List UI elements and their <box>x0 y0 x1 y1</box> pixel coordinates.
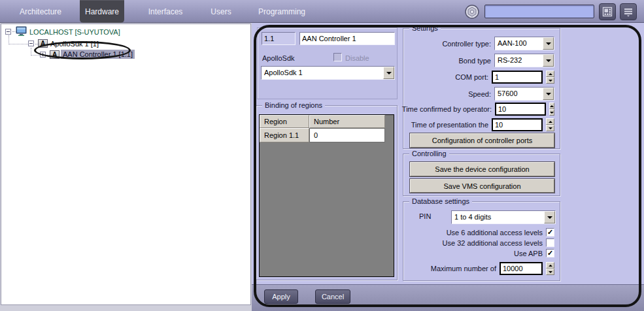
com-port-label: COM port: <box>455 73 488 81</box>
time-confirmed-stepper[interactable] <box>549 103 554 116</box>
expand-toggle-aan-controller[interactable] <box>40 52 46 57</box>
maximum-number-input[interactable] <box>500 262 543 275</box>
tree-line <box>31 55 40 56</box>
object-id-field[interactable] <box>262 32 296 45</box>
controller-type-value: AAN-100 <box>495 37 543 50</box>
controlling-title: Controlling <box>409 150 449 157</box>
chevron-down-icon[interactable] <box>543 88 554 100</box>
controller-type-select[interactable]: AAN-100 <box>494 37 554 50</box>
bond-type-select[interactable]: RS-232 <box>494 54 554 67</box>
use-apb-label: Use APB <box>514 250 543 257</box>
spin-down-icon[interactable] <box>546 269 554 275</box>
spin-down-icon[interactable] <box>549 109 554 116</box>
com-port-input[interactable] <box>492 71 543 84</box>
menu-architecture[interactable]: Architecture <box>9 0 72 23</box>
layout-grid-icon <box>602 7 613 17</box>
speed-label: Speed: <box>468 90 491 98</box>
region-cell[interactable]: Region 1.1 <box>260 128 309 142</box>
use32-label: Use 32 additional access levels <box>443 239 543 247</box>
time-confirmed-input[interactable] <box>495 103 546 116</box>
maximum-number-stepper[interactable] <box>546 262 554 275</box>
chevron-down-icon[interactable] <box>543 37 554 50</box>
time-confirmed-label: Time confirmed by operator: <box>402 105 492 113</box>
gear-icon[interactable] <box>464 4 480 20</box>
disable-checkbox[interactable] <box>333 53 342 61</box>
use6-checkbox[interactable]: ✓ <box>546 228 554 237</box>
settings-title: Settings <box>409 24 441 32</box>
pin-value: 1 to 4 digits <box>452 211 544 223</box>
computer-monitor-icon <box>16 26 27 36</box>
search-input[interactable] <box>484 5 594 18</box>
table-row: Region 1.1 0 <box>260 128 394 142</box>
configuration-of-controller-ports-button[interactable]: Configuration of controller ports <box>410 133 554 148</box>
settings-group: Settings Controller type: AAN-100 Bond t… <box>403 28 560 149</box>
tree-line <box>9 44 28 44</box>
top-menu-bar: Architecture Hardware Interfaces Users P… <box>0 0 644 23</box>
save-vms-configuration-button[interactable]: Save VMS configuration <box>410 179 554 193</box>
cancel-button[interactable]: Cancel <box>315 289 350 304</box>
spin-up-icon[interactable] <box>546 71 554 77</box>
menu-list-button[interactable] <box>620 3 637 20</box>
column-header-region[interactable]: Region <box>260 115 309 128</box>
identification-box: ApolloSdk Disable ApolloSdk 1 <box>257 27 398 99</box>
pin-label: PIN <box>419 212 431 220</box>
menu-users[interactable]: Users <box>205 0 237 23</box>
object-name-field[interactable] <box>299 32 395 45</box>
chevron-down-icon[interactable] <box>544 211 555 223</box>
tree-line <box>8 35 9 44</box>
apollosdk-module-icon: A <box>38 39 48 48</box>
maximum-number-label: Maximum number of <box>431 265 496 272</box>
spin-down-icon[interactable] <box>546 77 554 84</box>
time-presentation-label: Time of presentation the <box>411 121 488 129</box>
column-header-number[interactable]: Number <box>309 115 385 128</box>
menu-programming[interactable]: Programming <box>254 0 310 23</box>
controller-type-label: Controller type: <box>442 40 491 48</box>
disable-label: Disable <box>345 54 369 62</box>
regions-table: Region Number Region 1.1 0 <box>259 114 394 277</box>
binding-of-regions-group: Binding of regions Region Number Region … <box>256 105 398 280</box>
chevron-down-icon[interactable] <box>383 67 394 79</box>
device-tree-panel: LOCALHOST [S-UYUTOVA] A ApolloSdk 1 [1] … <box>1 24 251 305</box>
use32-checkbox[interactable] <box>546 238 554 247</box>
com-port-stepper[interactable] <box>546 71 554 84</box>
parent-select-value: ApolloSdk 1 <box>262 67 383 79</box>
pin-select[interactable]: 1 to 4 digits <box>451 210 556 224</box>
use6-label: Use 6 additional access levels <box>447 229 543 237</box>
tree-item-aan-controller[interactable]: AAN Controller 1 [1.1] <box>61 50 135 59</box>
speed-value: 57600 <box>495 88 543 100</box>
tree-item-apollosdk[interactable]: ApolloSdk 1 [1] <box>50 40 99 48</box>
layout-grid-button[interactable] <box>599 3 616 20</box>
spin-up-icon[interactable] <box>546 118 554 125</box>
spin-down-icon[interactable] <box>546 125 554 131</box>
menu-interfaces[interactable]: Interfaces <box>139 0 192 23</box>
apply-button[interactable]: Apply <box>264 289 298 304</box>
tree-item-localhost[interactable]: LOCALHOST [S-UYUTOVA] <box>29 28 120 36</box>
app-window: Architecture Hardware Interfaces Users P… <box>0 0 644 311</box>
chevron-down-icon[interactable] <box>543 54 554 67</box>
database-settings-group: Database settings PIN 1 to 4 digits Use … <box>403 201 560 281</box>
collapse-toggle-localhost[interactable] <box>5 29 11 35</box>
time-presentation-input[interactable] <box>492 118 543 131</box>
menu-list-icon <box>623 7 634 17</box>
parent-select[interactable]: ApolloSdk 1 <box>261 66 395 80</box>
use-apb-checkbox[interactable]: ✓ <box>546 249 554 257</box>
aan-controller-module-icon: A <box>50 50 59 59</box>
spin-up-icon[interactable] <box>546 262 554 269</box>
parent-label: ApolloSdk <box>262 54 295 62</box>
collapse-toggle-apollosdk[interactable] <box>28 41 34 46</box>
save-device-configuration-button[interactable]: Save the device configuration <box>410 162 554 176</box>
database-settings-title: Database settings <box>409 197 472 205</box>
time-presentation-stepper[interactable] <box>546 118 554 131</box>
menu-hardware[interactable]: Hardware <box>80 0 124 23</box>
speed-select[interactable]: 57600 <box>494 87 554 101</box>
controlling-group: Controlling Save the device configuratio… <box>403 154 560 196</box>
number-cell[interactable]: 0 <box>309 128 385 142</box>
bond-type-value: RS-232 <box>495 54 543 67</box>
binding-of-regions-title: Binding of regions <box>262 101 325 109</box>
bond-type-label: Bond type <box>458 57 491 65</box>
panel-footer <box>252 284 644 311</box>
regions-table-header: Region Number <box>260 115 394 128</box>
settings-panel: ApolloSdk Disable ApolloSdk 1 Binding of… <box>252 23 644 311</box>
spin-up-icon[interactable] <box>549 103 554 109</box>
